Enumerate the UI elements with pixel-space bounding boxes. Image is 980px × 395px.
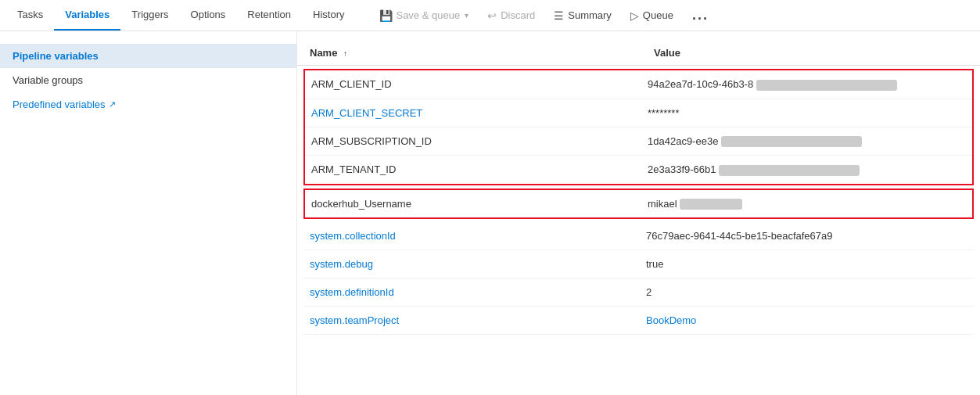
blurred-value [719,165,860,176]
table-row[interactable]: ARM_TENANT_ID 2e3a33f9-66b1 [305,156,972,184]
top-nav: Tasks Variables Triggers Options Retenti… [0,0,980,31]
var-value-dockerhub-username: mikael [641,190,972,218]
var-value-arm-client-secret: ******** [641,99,972,127]
sort-icon: ↑ [343,49,347,58]
var-value-arm-tenant-id: 2e3a33f9-66b1 [641,156,972,184]
table-row[interactable]: system.collectionId 76c79aec-9641-44c5-b… [303,222,974,250]
table-row[interactable]: system.debug true [303,250,974,278]
var-value-team-project: BookDemo [640,307,974,335]
var-name-team-project: system.teamProject [303,307,640,335]
table-row[interactable]: system.teamProject BookDemo [303,307,974,335]
blurred-value [721,136,862,147]
sidebar-item-predefined-variables[interactable]: Predefined variables ↗ [0,92,296,117]
list-icon: ☰ [554,9,564,22]
var-value-arm-subscription-id: 1da42ac9-ee3e [641,127,972,156]
external-link-icon: ↗ [109,99,116,110]
var-value-collection-id: 76c79aec-9641-44c5-be15-beacfafe67a9 [640,222,974,250]
var-name-arm-client-id: ARM_CLIENT_ID [305,70,641,99]
tab-options[interactable]: Options [180,0,237,31]
blurred-value [756,80,897,91]
red-group-2: dockerhub_Username mikael [303,189,974,220]
nav-actions: 💾 Save & queue ▾ ↩ Discard ☰ Summary ▷ Q… [372,4,716,27]
more-button[interactable]: ... [684,4,716,27]
dropdown-arrow-icon: ▾ [465,11,468,20]
var-name-definition-id: system.definitionId [303,278,640,307]
table-row[interactable]: ARM_CLIENT_SECRET ******** [305,99,972,127]
queue-button[interactable]: ▷ Queue [623,6,681,25]
red-group-1: ARM_CLIENT_ID 94a2ea7d-10c9-46b3-8 ARM_C… [303,69,974,185]
tab-triggers[interactable]: Triggers [120,0,179,31]
var-name-debug: system.debug [303,250,640,278]
table-row[interactable]: ARM_CLIENT_ID 94a2ea7d-10c9-46b3-8 [305,70,972,99]
play-icon: ▷ [630,9,639,22]
sidebar-item-pipeline-variables[interactable]: Pipeline variables [0,44,296,68]
undo-icon: ↩ [487,9,497,22]
tab-variables[interactable]: Variables [54,0,120,31]
save-queue-button[interactable]: 💾 Save & queue ▾ [372,6,476,25]
discard-button[interactable]: ↩ Discard [479,6,543,25]
table-row[interactable]: dockerhub_Username mikael [305,190,972,218]
table-row[interactable]: ARM_SUBSCRIPTION_ID 1da42ac9-ee3e [305,127,972,156]
nav-tabs: Tasks Variables Triggers Options Retenti… [6,0,355,31]
tab-tasks[interactable]: Tasks [6,0,54,31]
tab-retention[interactable]: Retention [236,0,302,31]
table-header: Name ↑ Value [297,44,980,66]
summary-button[interactable]: ☰ Summary [546,6,619,25]
table-row[interactable]: system.definitionId 2 [303,278,974,307]
tab-history[interactable]: History [302,0,355,31]
col-value-header: Value [654,47,967,59]
sidebar: Pipeline variables Variable groups Prede… [0,31,297,395]
content-area: Name ↑ Value ARM_CLIENT_ID 94a2ea7d-10c9… [297,31,980,395]
var-name-dockerhub-username: dockerhub_Username [305,190,641,218]
var-name-arm-subscription-id: ARM_SUBSCRIPTION_ID [305,127,641,156]
main-layout: Pipeline variables Variable groups Prede… [0,31,980,395]
plain-rows: system.collectionId 76c79aec-9641-44c5-b… [303,222,974,335]
var-value-debug: true [640,250,974,278]
var-value-arm-client-id: 94a2ea7d-10c9-46b3-8 [641,70,972,99]
var-name-collection-id: system.collectionId [303,222,640,250]
var-name-arm-client-secret: ARM_CLIENT_SECRET [305,99,641,127]
save-icon: 💾 [379,9,393,22]
var-value-definition-id: 2 [640,278,974,307]
var-name-arm-tenant-id: ARM_TENANT_ID [305,156,641,184]
col-name-header: Name ↑ [310,47,654,59]
sidebar-item-variable-groups[interactable]: Variable groups [0,68,296,92]
blurred-value [680,199,742,210]
